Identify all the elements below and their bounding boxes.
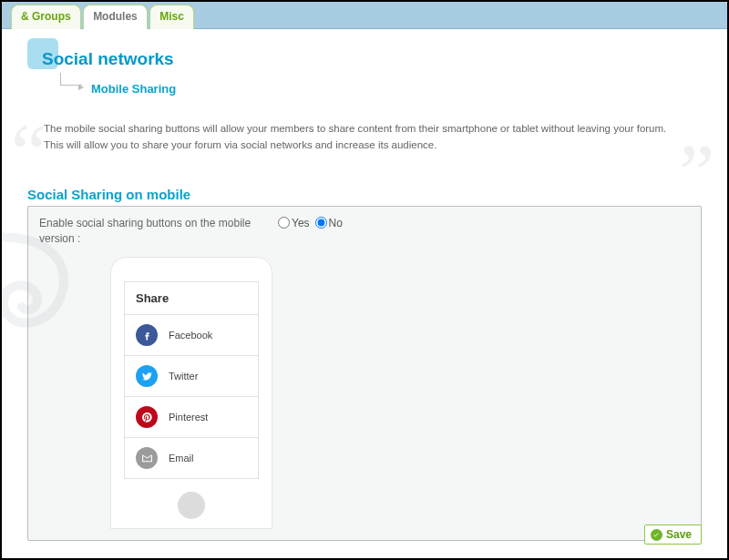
title-block: Social networks ▸ Mobile Sharing [27, 47, 702, 97]
breadcrumb: Mobile Sharing [91, 82, 176, 96]
tab-groups-label: & Groups [21, 10, 71, 23]
tab-misc[interactable]: Misc [149, 5, 194, 29]
radio-group: Yes No [278, 216, 343, 229]
quote-open-icon: “ [11, 137, 46, 168]
share-item-twitter: Twitter [125, 356, 258, 397]
breadcrumb-arrow-icon: ▸ [78, 80, 84, 93]
phone-preview: Share Facebook Twitter [110, 257, 272, 529]
option-label: Enable social sharing buttons on the mob… [39, 216, 278, 247]
share-item-label: Facebook [169, 330, 212, 341]
settings-panel: Enable social sharing buttons on the mob… [27, 206, 702, 542]
share-item-label: Email [169, 453, 194, 463]
page-title: Social networks [42, 47, 702, 69]
check-icon [651, 529, 662, 541]
radio-yes[interactable]: Yes [278, 217, 310, 229]
save-button[interactable]: Save [644, 524, 702, 545]
share-header: Share [125, 282, 258, 315]
twitter-icon [136, 365, 158, 387]
page-content: Social networks ▸ Mobile Sharing “ The m… [2, 29, 727, 550]
radio-no[interactable]: No [315, 217, 343, 229]
email-icon [136, 447, 158, 469]
save-button-label: Save [666, 528, 692, 541]
radio-no-input[interactable] [315, 217, 327, 229]
share-box: Share Facebook Twitter [124, 281, 259, 479]
share-item-pinterest: Pinterest [125, 397, 258, 438]
option-row: Enable social sharing buttons on the mob… [39, 216, 690, 247]
radio-no-label: No [329, 217, 343, 229]
description-block: “ The mobile social sharing buttons will… [27, 120, 702, 154]
radio-yes-label: Yes [292, 217, 310, 229]
description-text: The mobile social sharing buttons will a… [44, 120, 685, 154]
share-item-email: Email [125, 438, 258, 478]
radio-yes-input[interactable] [278, 217, 290, 229]
tab-bar: & Groups Modules Misc [2, 2, 727, 29]
facebook-icon [136, 324, 158, 346]
tab-modules-label: Modules [93, 10, 138, 23]
quote-close-icon: ” [679, 157, 714, 188]
tab-modules[interactable]: Modules [83, 5, 148, 29]
share-item-facebook: Facebook [125, 315, 258, 356]
pinterest-icon [136, 406, 158, 428]
share-item-label: Pinterest [169, 412, 208, 423]
phone-home-button-icon [178, 492, 205, 519]
tab-misc-label: Misc [159, 10, 184, 23]
tab-groups[interactable]: & Groups [11, 5, 81, 29]
section-heading: Social Sharing on mobile [27, 187, 702, 202]
share-item-label: Twitter [169, 371, 198, 382]
